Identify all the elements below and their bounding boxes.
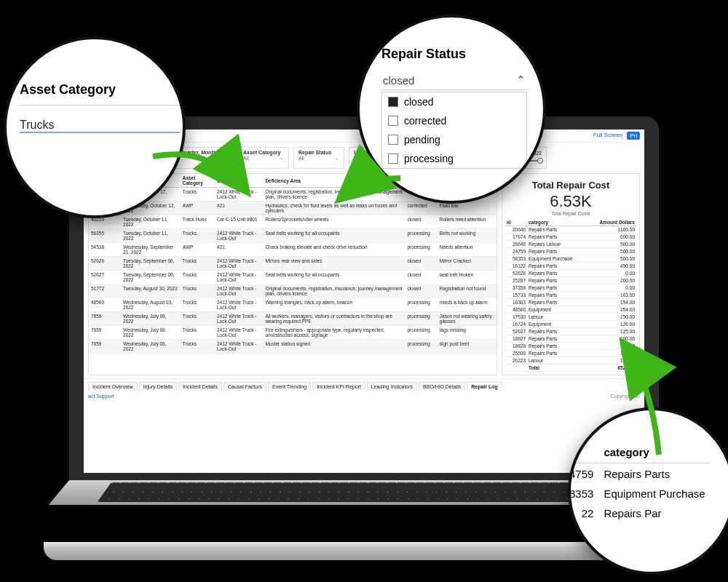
status-option-closed[interactable]: closed [382,92,526,111]
table-row[interactable]: 16122Repairs Parts450.00 [505,263,636,270]
status-option-corrected[interactable]: corrected [382,111,526,130]
filter-repair-status[interactable]: Repair Status All⌄ [293,147,344,169]
table-row[interactable]: 58353Equipment Purchase500.00 [505,255,636,263]
filter-asset-category[interactable]: Asset Category All⌄ [238,147,289,169]
col-unit: Unit # [215,174,263,188]
cost-subtitle: Total Repair Costs [505,211,636,216]
tab-bbo-hid-details[interactable]: BBO/HID Details [419,382,465,391]
table-row[interactable]: 54538Wednesday, September 21, 2022AWP#21… [89,243,496,257]
table-row[interactable]: 20646Repairs Parts1100.00 [505,226,636,234]
table-row[interactable]: 7859Wednesday, July 06, 2022Trucks2412 W… [89,312,496,326]
table-row[interactable]: 24759Repairs Parts500.00 [505,248,636,255]
table-row[interactable]: 16724Equipment126.00 [505,321,636,328]
table-row[interactable]: 7859Wednesday, July 06, 2022Trucks2412 W… [89,326,496,340]
table-row[interactable]: 26223Labour100.00 [505,357,636,364]
footer: act Support Copyright So [84,392,644,400]
table-row: 22Repairs Par [568,504,710,522]
support-link[interactable]: act Support [88,394,114,399]
slider-knob-right[interactable] [537,158,543,164]
print-button[interactable]: Pri [627,132,640,140]
table-row[interactable]: 7859Wednesday, July 06, 2022Trucks2412 W… [89,340,496,354]
tab-repair-log[interactable]: Repair Log [467,382,502,391]
tab-injury-details[interactable]: Injury Details [139,382,177,391]
status-option-processing[interactable]: processing [382,149,526,168]
table-row[interactable]: 52626Tuesday, September 06, 2022Trucks24… [89,257,496,271]
table-row[interactable]: 57633Wednesday, October 12, 2022AWP#21Hy… [89,202,496,215]
table-row[interactable]: 48560Wednesday, August 03, 2022Trucks241… [89,298,496,312]
fullscreen-link[interactable]: Full Screen [593,132,622,140]
chevron-down-icon: ⌄ [280,155,284,161]
table-row[interactable]: 25508Repairs Parts100.00 [505,350,636,357]
report-tabs: Incident OverviewInjury DetailsIncident … [84,378,644,392]
bubble2-selected[interactable]: closed ⌃ [381,71,527,90]
table-row[interactable]: 28646Repairs Labour500.00 [505,241,636,248]
magnifier-cost-category: category 4759Repairs Parts8353Equipment … [568,407,728,575]
table-row[interactable]: 25287Repairs Parts200.00 [505,277,636,284]
main-columns: Inspection ID Date Asset Category Unit #… [84,173,644,375]
table-row[interactable]: 16303Repairs Parts154.00 [505,299,636,306]
checkbox-icon[interactable] [388,116,398,126]
table-row[interactable]: 40210Tuesday, October 11, 2022Track Hoes… [89,215,496,229]
col-asset: Asset Category [181,174,215,188]
tab-causal-factors[interactable]: Causal Factors [223,382,266,391]
table-row[interactable]: 18827Repairs Parts100.00 [505,335,636,343]
tab-incident-kpi-report[interactable]: Incident KPI Report [312,382,365,391]
status-option-pending[interactable]: pending [382,130,526,149]
total-repair-cost-panel: Total Repair Cost 6.53K Total Repair Cos… [502,173,640,375]
chevron-up-icon: ⌃ [516,73,526,87]
repair-log-table: Inspection ID Date Asset Category Unit #… [88,173,497,375]
table-row[interactable]: 18828Repairs Parts100.00 [505,343,636,350]
bubble1-header: Asset Category [20,79,180,105]
table-row[interactable]: 51772Tuesday, August 30, 2022Trucks2412 … [89,284,496,298]
table-row[interactable]: 52626Repairs Parts0.00 [505,270,636,277]
keyboard-keys [98,482,630,501]
table-row: 4759Repairs Parts [568,465,710,483]
tab-leading-indicators[interactable]: Leading Indicators [367,382,417,391]
checkbox-icon[interactable] [388,97,398,107]
table-row[interactable]: 48560Equipment154.00 [505,306,636,314]
checkbox-icon[interactable] [388,135,398,145]
cost-title: Total Repair Cost [505,180,636,191]
chevron-down-icon: ⌄ [335,155,339,161]
tab-incident-details[interactable]: Incident Details [178,382,222,391]
table-row[interactable]: 56355Tuesday, October 11, 2022Trucks2412… [89,229,496,243]
magnifier-repair-status: Repair Status closed ⌃ closedcorrectedpe… [357,15,546,204]
bubble1-value: Trucks [20,105,180,133]
copyright-text: Copyright So [611,394,640,399]
table-row[interactable]: 37358Repairs Parts0.00 [505,284,636,292]
table-row[interactable]: 15733Repairs Parts163.00 [505,292,636,299]
tab-incident-overview[interactable]: Incident Overview [88,382,138,391]
table-row: 8353Equipment Purchase [568,485,710,503]
chevron-down-icon: ⌄ [224,155,229,161]
table-row[interactable]: 17674Repairs Parts600.00 [505,234,636,241]
table-row[interactable]: 52627Tuesday, September 06, 2022Trucks24… [89,271,496,284]
cost-value: 6.53K [505,192,636,211]
tab-event-trending[interactable]: Event Trending [268,382,311,391]
table-row[interactable]: 17530Labour150.00 [505,314,636,321]
magnifier-asset-category: Asset Category Trucks [4,36,186,218]
checkbox-icon[interactable] [388,154,398,164]
bubble2-header: Repair Status [381,47,527,62]
table-row[interactable]: 52627Repairs Parts125.00 [505,328,636,335]
